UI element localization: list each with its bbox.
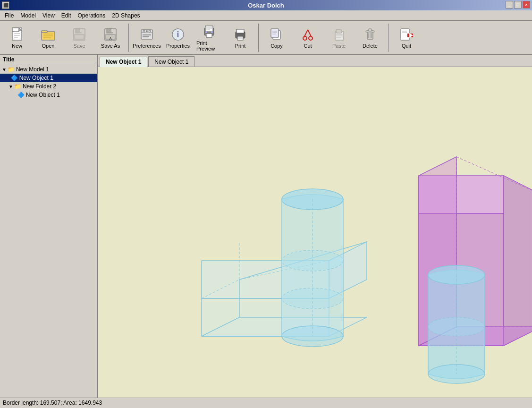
save-icon xyxy=(72,27,87,42)
svg-rect-14 xyxy=(75,34,84,39)
quit-label: Quit xyxy=(402,43,411,49)
copy-label: Copy xyxy=(270,43,283,49)
properties-label: Properties xyxy=(166,43,190,49)
svg-point-48 xyxy=(309,36,312,40)
statusbar-text: Border length: 169.507; Area: 1649.943 xyxy=(3,400,102,406)
save-as-label: Save As xyxy=(101,43,120,49)
print-preview-button[interactable]: Print Preview xyxy=(194,23,224,53)
svg-marker-84 xyxy=(504,176,532,346)
print-preview-icon xyxy=(202,24,217,39)
cut-label: Cut xyxy=(304,43,312,49)
print-button[interactable]: Print xyxy=(225,23,255,53)
tree-item-folder2[interactable]: ▼ 📁 New Folder 2 xyxy=(0,82,97,91)
close-button[interactable]: × xyxy=(523,1,530,8)
svg-rect-17 xyxy=(111,29,113,32)
folder-icon: 📁 xyxy=(8,66,15,73)
tree-label-obj1: New Object 1 xyxy=(19,75,53,81)
canvas-viewport[interactable] xyxy=(98,67,532,398)
tree-label-obj1b: New Object 1 xyxy=(26,92,60,98)
properties-button[interactable]: i Properties xyxy=(163,23,193,53)
tree-item-obj1b[interactable]: 🔷 New Object 1 xyxy=(0,91,97,99)
svg-point-22 xyxy=(146,30,148,32)
tree-arrow-obj1 xyxy=(8,76,10,81)
svg-point-35 xyxy=(205,31,207,33)
tab-2[interactable]: New Object 1 xyxy=(148,56,194,67)
svg-text:A: A xyxy=(110,37,112,40)
object-icon-1: 🔷 xyxy=(11,75,18,81)
tree-label-model1: New Model 1 xyxy=(16,66,49,73)
menu-operations[interactable]: Operations xyxy=(75,11,109,20)
svg-rect-23 xyxy=(143,34,151,35)
titlebar-controls: _ □ × xyxy=(506,1,530,8)
preferences-button[interactable]: Preferences xyxy=(132,23,162,53)
paste-button[interactable]: Paste xyxy=(324,23,354,53)
svg-rect-58 xyxy=(369,29,372,31)
maximize-button[interactable]: □ xyxy=(514,1,522,8)
print-icon xyxy=(233,27,248,42)
delete-label: Delete xyxy=(363,43,378,49)
delete-icon xyxy=(363,27,378,42)
svg-rect-1 xyxy=(12,28,19,32)
tree-label-folder2: New Folder 2 xyxy=(23,83,56,90)
toolbar-sep-2 xyxy=(258,24,259,52)
folder-icon-2: 📁 xyxy=(14,83,21,90)
quit-icon xyxy=(399,27,414,42)
main-content: Title ▼ 📁 New Model 1 🔷 New Object 1 ▼ 📁… xyxy=(0,55,532,398)
svg-point-47 xyxy=(303,36,307,40)
cut-icon xyxy=(300,27,315,42)
toolbar-sep-3 xyxy=(388,24,388,52)
tree-arrow-folder2: ▼ xyxy=(8,84,13,89)
tabs-bar: New Object 1 New Object 1 xyxy=(98,55,532,67)
svg-rect-52 xyxy=(336,30,342,33)
new-button[interactable]: New xyxy=(2,23,32,53)
toolbar-sep-1 xyxy=(128,24,129,52)
titlebar: ⬛ Oskar Dolch _ □ × xyxy=(0,0,532,10)
svg-rect-43 xyxy=(271,29,279,37)
object-icon-1b: 🔷 xyxy=(17,92,25,98)
new-icon xyxy=(9,27,25,42)
save-as-icon: A xyxy=(103,27,118,42)
toolbar: New Open Save xyxy=(0,21,532,55)
tree-arrow-obj1b xyxy=(15,93,17,98)
tree-arrow-model1: ▼ xyxy=(2,67,7,72)
save-as-button[interactable]: A Save As xyxy=(95,23,126,53)
svg-rect-38 xyxy=(236,29,244,33)
minimize-button[interactable]: _ xyxy=(506,1,513,8)
menu-2dshapes[interactable]: 2D Shapes xyxy=(109,11,143,20)
menu-file[interactable]: File xyxy=(2,11,17,20)
copy-button[interactable]: Copy xyxy=(262,23,292,53)
cut-button[interactable]: Cut xyxy=(293,23,323,53)
svg-rect-30 xyxy=(205,26,213,32)
svg-point-36 xyxy=(211,31,213,33)
menu-edit[interactable]: Edit xyxy=(59,11,74,20)
svg-text:i: i xyxy=(177,30,179,38)
properties-icon: i xyxy=(170,27,186,42)
scene-svg xyxy=(98,67,532,398)
tree-view: ▼ 📁 New Model 1 🔷 New Object 1 ▼ 📁 New F… xyxy=(0,64,97,398)
tree-item-obj1[interactable]: 🔷 New Object 1 xyxy=(0,74,97,82)
svg-rect-24 xyxy=(143,36,149,37)
tab-1[interactable]: New Object 1 xyxy=(100,57,147,67)
canvas-area: New Object 1 New Object 1 xyxy=(98,55,532,398)
statusbar: Border length: 169.507; Area: 1649.943 xyxy=(0,398,532,408)
open-label: Open xyxy=(42,43,55,49)
tree-item-model1[interactable]: ▼ 📁 New Model 1 xyxy=(0,65,97,74)
open-icon xyxy=(41,27,56,42)
save-label: Save xyxy=(73,43,85,49)
print-preview-label: Print Preview xyxy=(196,40,222,51)
open-button[interactable]: Open xyxy=(33,23,63,53)
preferences-icon xyxy=(139,27,154,42)
titlebar-icon: ⬛ xyxy=(2,1,9,9)
save-button[interactable]: Save xyxy=(64,23,94,53)
menu-view[interactable]: View xyxy=(40,11,58,20)
svg-rect-31 xyxy=(206,34,212,37)
paste-label: Paste xyxy=(332,43,346,49)
copy-icon xyxy=(269,27,284,42)
paste-icon xyxy=(331,27,346,42)
quit-button[interactable]: Quit xyxy=(391,23,422,53)
svg-rect-13 xyxy=(80,29,82,32)
menu-model[interactable]: Model xyxy=(17,11,39,20)
left-panel-header: Title xyxy=(0,55,97,64)
preferences-label: Preferences xyxy=(133,43,160,49)
delete-button[interactable]: Delete xyxy=(355,23,385,53)
